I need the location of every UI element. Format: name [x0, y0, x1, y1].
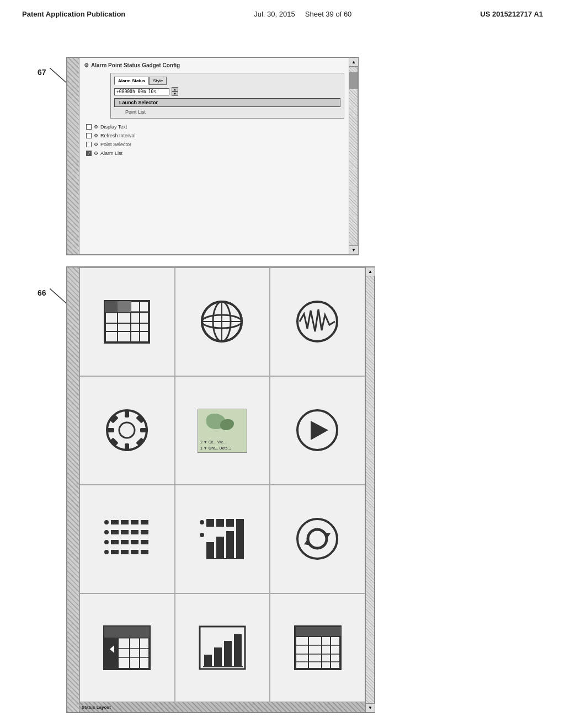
- header-sheet: Sheet 39 of 60: [305, 10, 352, 18]
- cell-refresh[interactable]: [270, 485, 365, 593]
- config-options: ⚙ Display Text ⚙ Refresh Interval ⚙ Poin…: [86, 124, 344, 159]
- label-alarm-list: Alarm List: [100, 151, 122, 156]
- header-date: Jul. 30, 2015: [254, 10, 295, 18]
- svg-rect-52: [141, 550, 148, 554]
- header-publication: Patent Application Publication: [22, 10, 125, 18]
- config-tabs: Alarm Status Style: [114, 77, 340, 85]
- cell-grid-sidebar[interactable]: [270, 593, 365, 702]
- grid-scrollbar-up-button[interactable]: ▲: [366, 267, 375, 276]
- svg-rect-51: [131, 550, 138, 554]
- cell-globe[interactable]: [175, 267, 270, 376]
- svg-rect-60: [216, 537, 224, 559]
- cell-bar-chart[interactable]: [175, 485, 270, 593]
- config-value-input[interactable]: [114, 88, 169, 95]
- cell-gear[interactable]: [79, 376, 175, 485]
- launch-selector-button[interactable]: Launch Selector: [114, 98, 340, 107]
- svg-rect-40: [121, 530, 129, 534]
- option-alarm-list: ✓ ⚙ Alarm List: [86, 151, 344, 156]
- svg-point-64: [297, 519, 337, 559]
- scrollbar-track: [349, 67, 358, 245]
- svg-rect-29: [136, 437, 145, 446]
- gear-display-text: ⚙: [94, 124, 98, 130]
- spinner-down[interactable]: ▼: [172, 92, 178, 96]
- bar-chart-icon: [198, 516, 247, 563]
- label-point-selector: Point Selector: [100, 142, 131, 147]
- panel-bottom-label: Status Layout: [79, 702, 365, 712]
- svg-rect-61: [226, 531, 234, 559]
- checkbox-point-selector[interactable]: [86, 142, 92, 147]
- config-inner-area: Alarm Status Style ▲ ▼ Launch Selector: [99, 73, 344, 119]
- svg-rect-80: [234, 634, 242, 667]
- cell-play[interactable]: [270, 376, 365, 485]
- play-icon: [294, 407, 341, 454]
- svg-rect-34: [111, 520, 119, 524]
- ref-label-66: 66: [38, 288, 46, 297]
- svg-point-43: [104, 540, 109, 544]
- svg-point-58: [200, 533, 204, 537]
- svg-point-53: [200, 520, 204, 524]
- ref-label-67: 67: [38, 68, 46, 77]
- svg-rect-50: [121, 550, 129, 554]
- table-sidebar-icon: [102, 624, 152, 671]
- tab-style[interactable]: Style: [149, 77, 167, 85]
- cell-waveform[interactable]: [270, 267, 365, 376]
- svg-rect-77: [204, 655, 212, 667]
- svg-rect-44: [111, 540, 119, 544]
- svg-rect-37: [141, 520, 148, 524]
- scrollbar-up-button[interactable]: ▲: [349, 58, 358, 67]
- cell-bar-asc[interactable]: [175, 593, 270, 702]
- cell-map[interactable]: 1 ▼ Gre... Dete... 2 ▼ Cit... We...: [175, 376, 270, 485]
- svg-rect-27: [136, 415, 145, 424]
- config-inner-box: Alarm Status Style ▲ ▼ Launch Selector: [110, 73, 344, 119]
- svg-rect-49: [111, 550, 119, 554]
- svg-rect-12: [118, 301, 131, 312]
- svg-rect-46: [131, 540, 138, 544]
- svg-rect-45: [121, 540, 129, 544]
- svg-point-48: [104, 550, 109, 554]
- svg-rect-36: [131, 520, 138, 524]
- gear-refresh-interval: ⚙: [94, 133, 98, 138]
- svg-rect-42: [141, 530, 148, 534]
- grid-scrollbar-down-button[interactable]: ▼: [366, 703, 375, 712]
- config-spinners: ▲ ▼: [172, 87, 178, 96]
- svg-marker-65: [323, 532, 331, 539]
- page-header: Patent Application Publication Jul. 30, …: [0, 0, 565, 24]
- svg-rect-79: [224, 641, 232, 667]
- svg-marker-66: [304, 539, 312, 545]
- config-sidebar: [67, 58, 79, 254]
- config-title-icon: ⚙: [84, 62, 89, 68]
- label-display-text: Display Text: [100, 124, 127, 130]
- option-refresh-interval: ⚙ Refresh Interval: [86, 133, 344, 138]
- spinner-up[interactable]: ▲: [172, 87, 178, 92]
- cell-table-sidebar[interactable]: [79, 593, 175, 702]
- scrollbar-thumb[interactable]: [349, 72, 358, 89]
- svg-rect-70: [104, 627, 150, 638]
- tab-alarm-status[interactable]: Alarm Status: [114, 77, 149, 85]
- config-panel-title: ⚙ Alarm Point Status Gadget Config: [84, 62, 344, 68]
- scrollbar-down-button[interactable]: ▼: [349, 245, 358, 254]
- dot-grid-icon: [102, 516, 152, 563]
- svg-rect-26: [110, 415, 119, 424]
- config-scrollbar: ▲ ▼: [349, 58, 358, 254]
- waveform-icon: [294, 298, 341, 345]
- gear-alarm-list: ⚙: [94, 151, 98, 156]
- globe-icon: [199, 298, 246, 345]
- cell-dot-grid[interactable]: [79, 485, 175, 593]
- gear-large-icon: [104, 407, 151, 454]
- main-content: 67 66 ⚙ Alarm Point Status Gadget Config…: [0, 24, 565, 719]
- grid-scrollbar-track: [366, 276, 374, 703]
- option-point-selector: ⚙ Point Selector: [86, 142, 344, 147]
- checkbox-alarm-list[interactable]: ✓: [86, 151, 92, 156]
- option-display-text: ⚙ Display Text: [86, 124, 344, 130]
- svg-rect-11: [105, 301, 118, 312]
- checkbox-display-text[interactable]: [86, 124, 92, 130]
- svg-rect-35: [121, 520, 129, 524]
- icon-grid: 1 ▼ Gre... Dete... 2 ▼ Cit... We...: [79, 267, 365, 702]
- svg-rect-54: [206, 519, 214, 527]
- checkbox-refresh-interval[interactable]: [86, 133, 92, 138]
- gear-point-selector: ⚙: [94, 142, 98, 147]
- svg-rect-47: [141, 540, 148, 544]
- cell-table-grid[interactable]: [79, 267, 175, 376]
- table-grid-icon: [102, 298, 152, 345]
- grid-scrollbar: ▲ ▼: [365, 267, 374, 712]
